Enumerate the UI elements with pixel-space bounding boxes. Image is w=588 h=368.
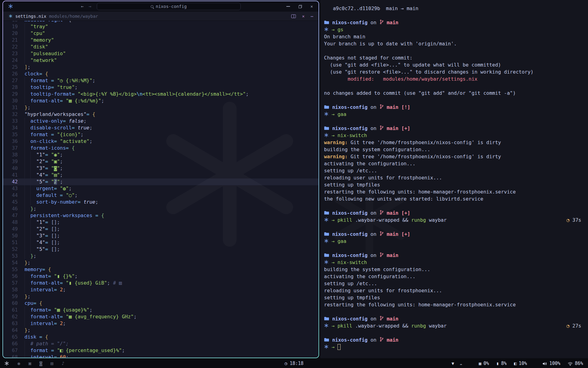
- code-line[interactable]: 21"memory": [3, 37, 318, 44]
- line-text: };: [18, 104, 30, 111]
- code-line[interactable]: 39"2"= "▣";: [3, 158, 318, 165]
- code-line[interactable]: 59};: [3, 293, 318, 300]
- disk-module[interactable]: ◧10%: [514, 361, 527, 366]
- code-line[interactable]: 38"1"= "◉";: [3, 151, 318, 158]
- workspace-terminal-icon[interactable]: ▣: [28, 361, 31, 366]
- code-line[interactable]: 31};: [3, 104, 318, 111]
- code-line[interactable]: 30format-alt= "▦ {:%d/%m}";: [3, 98, 318, 104]
- code-line[interactable]: 22"disk": [3, 44, 318, 50]
- workspace-notes-icon[interactable]: ▤: [51, 361, 53, 366]
- taskbar-clock[interactable]: ◷ 18:18: [285, 361, 303, 366]
- terminal-line: nixos-config on main [+]: [324, 125, 583, 132]
- code-line[interactable]: 61format= "▦ {usage}%";: [3, 307, 318, 313]
- code-line[interactable]: 44default = "○";: [3, 192, 318, 199]
- line-text: modules-right= [: [18, 21, 72, 23]
- code-line[interactable]: 51"4"= [];: [3, 239, 318, 246]
- tab-more-icon[interactable]: ⋯: [311, 14, 314, 19]
- code-line[interactable]: 25];: [3, 64, 318, 71]
- code-line[interactable]: 67format = "◧ {percentage_used}%";: [3, 347, 318, 354]
- tray-cloud-icon[interactable]: ☁: [460, 361, 462, 366]
- workspace-music-icon[interactable]: ♪: [62, 361, 64, 366]
- code-line[interactable]: 47persistent-workspaces = {: [3, 212, 318, 219]
- editor-titlebar[interactable]: ← → nixos-config ×: [3, 1, 318, 12]
- minimize-button[interactable]: [286, 6, 290, 7]
- terminal-line: [324, 329, 583, 336]
- code-line[interactable]: 46};: [3, 205, 318, 212]
- code-line[interactable]: 66# path = "/";: [3, 340, 318, 347]
- code-line[interactable]: 36on-click= "activate";: [3, 138, 318, 145]
- code-line[interactable]: 26clock= {: [3, 71, 318, 77]
- line-number: 42: [3, 178, 18, 185]
- terminal-line: Your branch is up to date with 'origin/m…: [324, 40, 583, 47]
- close-button[interactable]: ×: [311, 4, 313, 9]
- code-line[interactable]: 20"cpu": [3, 30, 318, 37]
- code-line[interactable]: 49"2"= [];: [3, 226, 318, 232]
- line-number: 43: [3, 185, 18, 192]
- code-line[interactable]: 58interval= 2;: [3, 286, 318, 293]
- memory-module[interactable]: ▮8%: [496, 361, 507, 366]
- tab-close-icon[interactable]: ×: [302, 14, 304, 19]
- code-line[interactable]: 57format-alt= "▮ {used} GiB"; # ▥: [3, 280, 318, 286]
- workspace-discord-icon[interactable]: ◙: [40, 361, 42, 366]
- memory-icon: ▮: [496, 361, 499, 366]
- line-number: 55: [3, 266, 18, 273]
- nix-launcher-icon[interactable]: [4, 361, 9, 366]
- line-number: 29: [3, 91, 18, 98]
- code-line[interactable]: 40"3"= "◙";: [3, 165, 318, 172]
- code-line[interactable]: 62format-alt= "▦ {avg_frequency} GHz";: [3, 313, 318, 320]
- code-line[interactable]: 64};: [3, 327, 318, 334]
- workspace-firefox-icon[interactable]: ◉: [17, 361, 20, 366]
- code-line[interactable]: 37format-icons= {: [3, 145, 318, 151]
- line-number: 59: [3, 293, 18, 300]
- line-text: format= "▮ {}%";: [18, 273, 77, 280]
- terminal-line: modified: modules/home/waybar/settings.n…: [324, 75, 583, 82]
- code-line[interactable]: 34disable-scroll= true;: [3, 125, 318, 131]
- code-line[interactable]: 32"hyprland/workspaces"= {: [3, 111, 318, 118]
- code-line[interactable]: 56format= "▮ {}%";: [3, 273, 318, 280]
- cpu-module[interactable]: ▦0%: [479, 361, 489, 366]
- code-line[interactable]: 53};: [3, 253, 318, 259]
- code-line[interactable]: 55memory= {: [3, 266, 318, 273]
- restore-button[interactable]: [299, 5, 302, 8]
- tab-settings-nix[interactable]: settings.nix modules/home/waybar: [3, 12, 104, 21]
- tray-shield-icon[interactable]: ▼: [451, 361, 454, 366]
- code-line[interactable]: 60cpu= {: [3, 300, 318, 307]
- code-line[interactable]: 35format = "{icon}";: [3, 131, 318, 138]
- code-line[interactable]: 41"4"= "▤";: [3, 172, 318, 178]
- code-line[interactable]: 18modules-right= [: [3, 21, 318, 23]
- volume-module[interactable]: 100%: [542, 361, 560, 366]
- disk-icon: ◧: [514, 361, 516, 366]
- code-line[interactable]: 45sort-by-number= true;: [3, 199, 318, 205]
- code-line[interactable]: 63interval= 2;: [3, 320, 318, 327]
- line-text: default = "○";: [18, 192, 77, 199]
- code-editor[interactable]: 18modules-right= [19"tray"20"cpu"21"memo…: [3, 21, 318, 358]
- code-line[interactable]: 24"network": [3, 57, 318, 64]
- split-pane-icon[interactable]: [291, 14, 296, 18]
- terminal-line: nixos-config on main: [324, 252, 583, 259]
- forward-icon[interactable]: →: [89, 4, 91, 9]
- code-line[interactable]: 27format = "◷ {:%H:%M}";: [3, 77, 318, 84]
- code-line[interactable]: 28tooltip= "true";: [3, 84, 318, 91]
- code-line[interactable]: 68interval= 60;: [3, 354, 318, 358]
- code-line[interactable]: 33active-only= false;: [3, 118, 318, 125]
- terminal-window[interactable]: a9c0c72..d11029b main → main nixos-confi…: [320, 0, 588, 358]
- code-line[interactable]: 23"pulseaudio": [3, 50, 318, 57]
- code-line[interactable]: 50"3"= [];: [3, 232, 318, 239]
- code-line[interactable]: 52"5"= [];: [3, 246, 318, 253]
- code-line[interactable]: 54};: [3, 259, 318, 266]
- code-line[interactable]: 48"1"= [];: [3, 219, 318, 226]
- terminal-line: nixos-config on main [!]: [324, 104, 583, 111]
- code-line[interactable]: 42"5"= "♪";: [3, 178, 318, 185]
- code-line[interactable]: 43urgent= "◍";: [3, 185, 318, 192]
- back-icon[interactable]: ←: [81, 4, 84, 9]
- line-text: "5"= [];: [18, 246, 60, 253]
- code-line[interactable]: 19"tray": [3, 23, 318, 30]
- line-text: interval= 2;: [18, 286, 66, 293]
- line-number: 64: [3, 327, 18, 334]
- code-line[interactable]: 65disk = {: [3, 334, 318, 340]
- project-search-input[interactable]: nixos-config: [97, 3, 241, 10]
- line-text: "1"= "◉";: [18, 151, 63, 158]
- terminal-line: [324, 202, 583, 209]
- wifi-module[interactable]: 86%: [568, 361, 583, 366]
- code-line[interactable]: 29tooltip-format= "<big>{:%Y %B}</big>\n…: [3, 91, 318, 98]
